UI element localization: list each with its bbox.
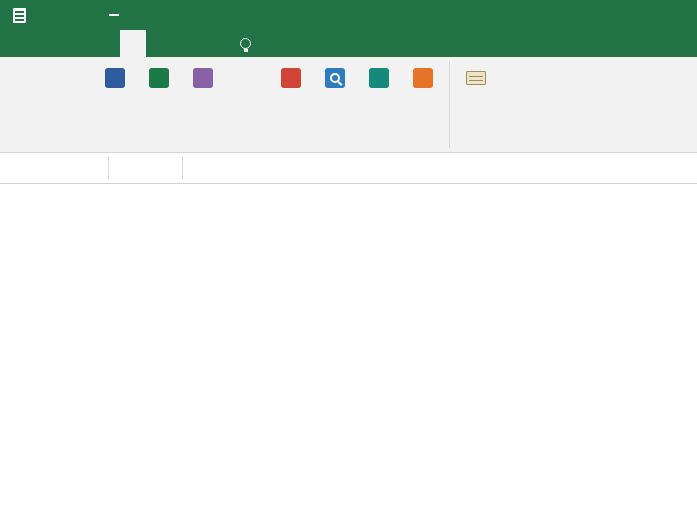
ribbon-group-separator — [449, 61, 450, 148]
tab-view[interactable] — [198, 30, 224, 57]
tab-file[interactable] — [8, 30, 42, 57]
undo-button[interactable] — [42, 3, 66, 27]
title-bar — [0, 0, 697, 30]
use-in-formula-button[interactable] — [500, 88, 530, 107]
financial-icon — [149, 68, 169, 88]
create-from-selection-button[interactable] — [500, 111, 530, 130]
group-label-function-library — [2, 135, 448, 152]
date-time-button[interactable] — [269, 60, 313, 135]
ribbon — [0, 57, 697, 153]
excel-sheet-glyph — [13, 8, 26, 23]
defined-names-group — [451, 57, 533, 152]
logical-button[interactable] — [181, 60, 225, 135]
customize-quick-access-button[interactable] — [102, 3, 126, 27]
excel-window — [0, 0, 697, 526]
excel-app-icon[interactable] — [8, 4, 30, 26]
recently-used-icon — [105, 68, 125, 88]
financial-button[interactable] — [137, 60, 181, 135]
tab-data[interactable] — [146, 30, 172, 57]
sheet-grid — [0, 184, 697, 526]
formula-input[interactable] — [183, 153, 697, 183]
formula-bar — [0, 153, 697, 184]
redo-button[interactable] — [72, 3, 96, 27]
more-functions-icon — [413, 68, 433, 88]
define-name-button[interactable] — [500, 65, 530, 84]
tab-formulas[interactable] — [120, 30, 146, 57]
tab-insert[interactable] — [68, 30, 94, 57]
text-button[interactable] — [225, 60, 269, 135]
recently-used-button[interactable] — [93, 60, 137, 135]
tell-me-box[interactable] — [240, 30, 697, 57]
date-time-calendar-icon — [281, 68, 301, 88]
tab-home[interactable] — [42, 30, 68, 57]
function-library-group — [2, 57, 448, 152]
logical-icon — [193, 68, 213, 88]
tab-page-layout[interactable] — [94, 30, 120, 57]
math-trig-button[interactable] — [357, 60, 401, 135]
autosum-button[interactable] — [49, 60, 93, 135]
name-manager-button[interactable] — [454, 60, 498, 135]
insert-function-button[interactable] — [5, 60, 49, 135]
name-manager-icon — [466, 71, 486, 85]
customize-quick-access-icon — [109, 14, 119, 16]
group-label-defined-names — [451, 135, 533, 152]
more-functions-button[interactable] — [401, 60, 445, 135]
name-box[interactable] — [0, 153, 108, 183]
lookup-reference-button[interactable] — [313, 60, 357, 135]
ribbon-tab-bar — [0, 30, 697, 57]
tab-review[interactable] — [172, 30, 198, 57]
lightbulb-icon — [240, 38, 251, 49]
lookup-reference-magnifier-icon — [325, 68, 345, 88]
math-trig-theta-icon — [369, 68, 389, 88]
